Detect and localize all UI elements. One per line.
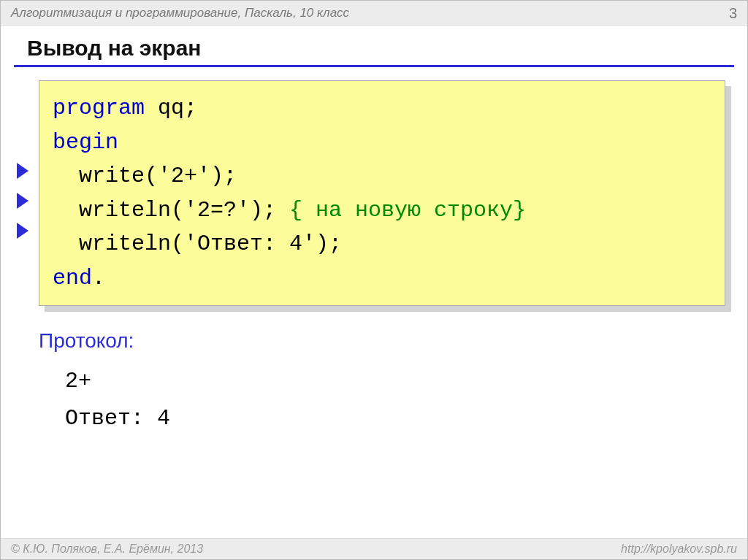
page-title: Вывод на экран	[27, 36, 747, 61]
protocol-output: 2+ Ответ: 4	[65, 363, 747, 437]
keyword: program	[53, 96, 145, 120]
code-block: program qq; begin write('2+'); writeln('…	[39, 80, 725, 306]
code-line: program qq;	[53, 91, 711, 126]
comment: { на новую строку}	[289, 198, 526, 223]
footer-url: http://kpolyakov.spb.ru	[621, 542, 737, 556]
header-bar: Алгоритмизация и программирование, Паска…	[1, 1, 747, 26]
page-number: 3	[729, 5, 737, 22]
code-line: writeln('2=?'); { на новую строку}	[53, 193, 711, 228]
code-line: end.	[53, 261, 711, 296]
code-line: writeln('Ответ: 4');	[53, 227, 711, 261]
bullet-markers	[17, 163, 28, 239]
title-underline	[14, 65, 734, 67]
protocol-label: Протокол:	[39, 329, 747, 353]
keyword: begin	[53, 130, 118, 155]
arrow-right-icon	[17, 163, 28, 179]
arrow-right-icon	[17, 223, 28, 239]
header-subject: Алгоритмизация и программирование, Паска…	[11, 6, 349, 20]
keyword: end	[53, 266, 92, 291]
code-box: program qq; begin write('2+'); writeln('…	[39, 80, 725, 306]
code-line: begin	[53, 126, 711, 160]
arrow-right-icon	[17, 193, 28, 209]
footer-bar: © К.Ю. Поляков, Е.А. Ерёмин, 2013 http:/…	[1, 538, 747, 559]
code-line: write('2+');	[53, 159, 711, 193]
copyright: © К.Ю. Поляков, Е.А. Ерёмин, 2013	[11, 542, 203, 556]
output-line: 2+	[65, 363, 747, 400]
output-line: Ответ: 4	[65, 400, 747, 437]
